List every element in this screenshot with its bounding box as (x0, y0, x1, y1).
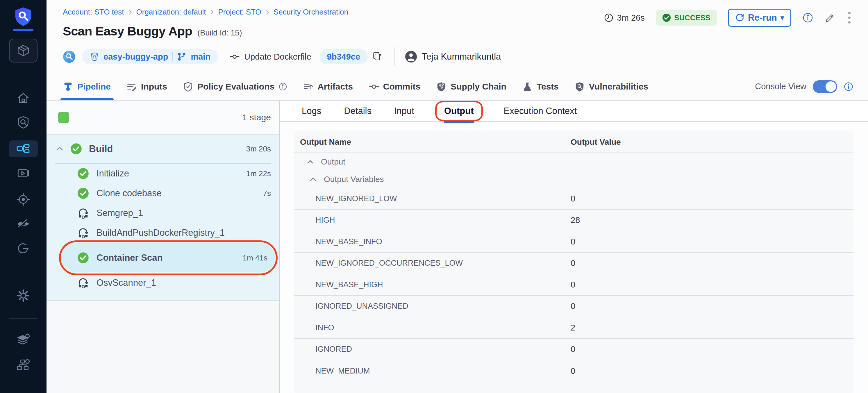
step-row-osv-scanner[interactable]: OsvScanner_1 (46, 273, 279, 293)
status-badge: SUCCESS (656, 10, 717, 26)
tab-commits[interactable]: Commits (369, 73, 420, 100)
output-var-value: 2 (570, 323, 575, 333)
branch-name: main (191, 52, 211, 62)
git-branch-icon (177, 52, 187, 62)
more-options-kebab-icon[interactable] (847, 11, 852, 25)
tab-input[interactable]: Input (393, 102, 416, 120)
success-check-icon (662, 13, 671, 22)
breadcrumb-account[interactable]: Account: STO test (63, 7, 124, 17)
commits-tab-icon (369, 81, 379, 92)
output-table: Output Name Output Value Output Output V… (294, 131, 854, 393)
tab-inputs[interactable]: Inputs (126, 73, 167, 100)
table-row: HIGH 28 (294, 210, 854, 231)
tab-output-active-annotated[interactable]: Output (435, 101, 483, 121)
output-var-name: IGNORED_UNASSIGNED (294, 302, 570, 311)
output-var-name: NEW_IGNORED_LOW (294, 194, 570, 203)
group-row-output[interactable]: Output (294, 153, 854, 171)
step-name: Semgrep_1 (96, 208, 143, 218)
step-row-container-scan-selected[interactable]: Container Scan 1m 41s (62, 243, 275, 272)
step-name: OsvScanner_1 (96, 278, 156, 288)
column-output-name: Output Name (294, 138, 570, 147)
module-selector-button[interactable] (9, 39, 37, 62)
tab-supply-chain[interactable]: Supply Chain (436, 73, 506, 100)
tab-label: Vulnerabilities (589, 82, 648, 92)
breadcrumb-project[interactable]: Project: STO (218, 7, 261, 17)
execution-duration: 3m 26s (604, 13, 645, 23)
trigger-webhook-icon (63, 50, 75, 63)
breadcrumb-module[interactable]: Security Orchestration (274, 7, 348, 17)
step-row-clone-codebase[interactable]: Clone codebase 7s (46, 183, 279, 203)
nav-exemptions-eye-off-icon[interactable] (16, 217, 31, 231)
nav-pipelines-active[interactable] (9, 141, 38, 157)
column-output-value: Output Value (570, 138, 621, 147)
nav-default-settings-layers-icon[interactable] (16, 333, 31, 347)
module-cube-icon (16, 43, 31, 58)
nav-executions-icon[interactable] (16, 167, 31, 181)
nav-settings-gear-icon[interactable] (16, 289, 31, 303)
info-icon[interactable] (802, 12, 813, 23)
nav-scan-shield-icon[interactable] (16, 115, 31, 129)
table-row: NEW_BASE_HIGH 0 (294, 274, 854, 296)
group-label: Output (321, 157, 345, 167)
policy-shield-icon (183, 81, 193, 92)
tab-execution-context[interactable]: Execution Context (502, 102, 579, 120)
artifacts-tab-icon (303, 81, 313, 92)
stage-name: Build (89, 143, 113, 154)
commit-sha-pill[interactable]: 9b349ce (319, 49, 368, 64)
commit-message: Update Dockerfile (230, 52, 311, 62)
nav-targets-icon[interactable] (16, 192, 31, 207)
stage-count-label: 1 stage (242, 113, 271, 122)
tab-details[interactable]: Details (342, 102, 373, 120)
step-row-initialize[interactable]: Initialize 1m 22s (46, 164, 279, 183)
execution-header: Account: STO test Organization: default … (46, 0, 868, 73)
output-var-name: NEW_BASE_HIGH (294, 280, 570, 289)
tab-pipeline[interactable]: Pipeline (63, 73, 111, 100)
inputs-tab-icon (126, 81, 137, 92)
console-view-toggle[interactable] (813, 80, 837, 93)
output-var-value: 0 (570, 344, 575, 354)
repo-branch-pill[interactable]: easy-buggy-app main (82, 49, 218, 64)
copy-icon[interactable] (372, 51, 383, 62)
pipelines-icon (16, 142, 31, 156)
module-tab-strip: Pipeline Inputs Policy Evaluations (46, 73, 868, 101)
nav-getting-started-icon[interactable] (16, 241, 31, 256)
not-started-icon (77, 227, 89, 239)
step-row-semgrep[interactable]: Semgrep_1 (46, 203, 279, 223)
info-icon[interactable] (844, 82, 854, 92)
stage-row-build[interactable]: Build 3m 20s (46, 134, 279, 163)
nav-accent-bar (13, 29, 33, 31)
vertical-divider (395, 47, 395, 66)
tab-label: Commits (383, 82, 420, 92)
step-duration: 7s (263, 189, 271, 198)
tab-artifacts[interactable]: Artifacts (303, 73, 353, 100)
success-check-icon (77, 168, 89, 179)
breadcrumb-org[interactable]: Organization: default (136, 7, 206, 17)
tab-logs[interactable]: Logs (300, 102, 323, 120)
table-row: NEW_BASE_INFO 0 (294, 231, 854, 252)
execution-step-tree-panel: 1 stage Build 3m 20s Initialize 1m 22s (46, 101, 280, 393)
nav-org-settings-network-icon[interactable] (16, 358, 31, 372)
step-name: BuildAndPushDockerRegistry_1 (96, 228, 225, 238)
step-name: Container Scan (96, 252, 162, 263)
refresh-icon (735, 13, 744, 22)
output-var-value: 0 (570, 237, 575, 246)
chevron-up-icon (309, 175, 317, 184)
not-started-icon (77, 207, 89, 219)
step-row-build-and-push[interactable]: BuildAndPushDockerRegistry_1 (46, 223, 279, 243)
tab-tests[interactable]: Tests (522, 73, 559, 100)
rerun-button[interactable]: Re-run ▾ (728, 9, 791, 27)
commit-icon (230, 52, 240, 62)
build-id-label: (Build Id: 15) (197, 29, 242, 37)
info-icon (278, 82, 287, 91)
edit-pencil-icon[interactable] (825, 12, 836, 24)
tab-policy-evaluations[interactable]: Policy Evaluations (183, 73, 287, 100)
output-var-name: IGNORED (294, 345, 570, 354)
output-var-name: NEW_MEDIUM (294, 367, 570, 375)
stage-header: 1 stage (46, 101, 279, 134)
output-var-value: 28 (570, 215, 580, 225)
group-label: Output Variables (324, 175, 384, 184)
tab-vulnerabilities[interactable]: Vulnerabilities (575, 73, 648, 100)
output-var-name: NEW_BASE_INFO (294, 237, 570, 246)
group-row-output-variables[interactable]: Output Variables (294, 171, 854, 188)
nav-home-icon[interactable] (16, 91, 31, 105)
